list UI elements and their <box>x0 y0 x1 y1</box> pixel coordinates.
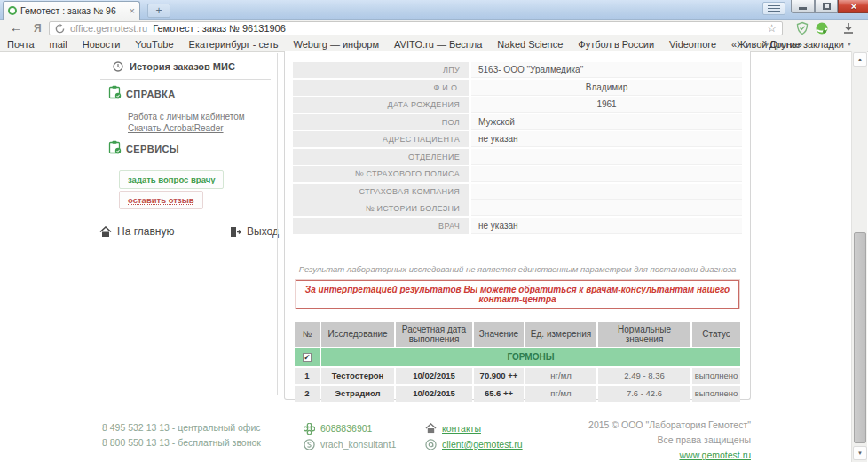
col-test: Исследование <box>321 322 394 347</box>
form-row-lpu: ЛПУ 5163- ООО "Уралмедика" <box>293 62 742 78</box>
address-bar[interactable]: office.gemotest.ru Гемотест : заказ № 96… <box>49 21 783 35</box>
form-row-policy: № СТРАХОВОГО ПОЛИСА <box>293 166 742 182</box>
chevron-down-icon: ▼ <box>847 42 852 47</box>
cell-status: выполнено <box>692 386 740 402</box>
field-value: не указан <box>471 131 742 147</box>
sidebar-section-help: СПРАВКА <box>108 85 176 99</box>
sidebar-item-order-history[interactable]: История заказов МИС <box>113 61 235 72</box>
bookmark-item[interactable]: Футбол в России <box>578 39 654 50</box>
url-host: office.gemotest.ru <box>70 23 147 34</box>
browser-tab[interactable]: Гемотест : заказ № 96 × <box>3 1 140 20</box>
cell-date: 10/02/2015 <box>396 368 472 384</box>
field-value <box>471 149 742 165</box>
bookmark-item[interactable]: Naked Science <box>497 39 563 50</box>
bookmark-item[interactable]: mail <box>50 39 67 50</box>
link-personal-cabinet[interactable]: Работа с личным кабинетом <box>128 112 245 121</box>
bookmarks-overflow-icon[interactable]: » <box>763 38 769 49</box>
site-link[interactable]: www.gemotest.ru <box>679 450 751 460</box>
maximize-button[interactable] <box>815 0 838 13</box>
home-icon <box>99 226 112 238</box>
bookmark-item[interactable]: AVITO.ru — Беспла <box>394 39 482 50</box>
email-link[interactable]: client@gemotest.ru <box>442 436 523 452</box>
cell-test: Эстрадиол <box>321 386 394 402</box>
url-page-title: Гемотест : заказ № 96131906 <box>153 23 286 34</box>
field-label: № СТРАХОВОГО ПОЛИСА <box>293 166 469 182</box>
tab-list-icon[interactable] <box>762 2 785 15</box>
new-tab-button[interactable]: + <box>147 4 170 18</box>
field-label: ЛПУ <box>293 62 469 78</box>
bookmark-item[interactable]: Почта <box>7 39 35 50</box>
scrollbar-thumb[interactable] <box>854 232 866 443</box>
leave-feedback-button[interactable]: оставить отзыв <box>119 191 203 209</box>
col-status: Статус <box>692 322 740 347</box>
sidebar-divider <box>100 79 271 80</box>
ask-doctor-button[interactable]: задать вопрос врачу <box>119 170 224 189</box>
tab-close-icon[interactable]: × <box>130 5 135 16</box>
clipboard-icon <box>108 85 122 99</box>
clipboard-icon <box>108 140 122 154</box>
home-link[interactable]: На главную <box>99 225 174 238</box>
field-value: не указан <box>471 218 742 234</box>
adguard-swirl-icon[interactable] <box>815 21 829 35</box>
back-icon[interactable]: ← <box>10 20 22 35</box>
minimize-button[interactable] <box>791 0 815 13</box>
bookmark-item[interactable]: Екатеринбург - сеть <box>189 39 279 50</box>
field-value: Мужской <box>471 114 742 130</box>
cell-value: 65.6 ++ <box>474 386 524 402</box>
results-table: № Исследование Расчетная дата выполнения… <box>293 320 742 403</box>
exit-label: Выход <box>247 225 279 238</box>
yandex-logo-icon[interactable]: Я <box>34 22 42 35</box>
contacts-link[interactable]: контакты <box>442 420 481 436</box>
form-row-fio: Ф.И.О. Владимир <box>293 80 742 96</box>
footer-contacts: контакты client@gemotest.ru <box>425 420 523 452</box>
field-value: 1961 <box>471 97 742 113</box>
field-label: ОТДЕЛЕНИЕ <box>293 149 469 165</box>
bookmark-item[interactable]: Videomore <box>669 39 716 50</box>
link-acrobat-reader[interactable]: Скачать AcrobatReader <box>128 123 224 133</box>
skype-icon <box>304 439 315 450</box>
field-label: Ф.И.О. <box>293 80 469 96</box>
form-row-sex: ПОЛ Мужской <box>293 114 742 130</box>
form-row-address: АДРЕС ПАЦИЕНТА не указан <box>293 131 742 147</box>
download-icon[interactable] <box>841 21 856 35</box>
gemotest-favicon-icon <box>8 6 17 15</box>
window-controls: × <box>791 0 868 13</box>
bookmark-item[interactable]: YouTube <box>135 39 173 50</box>
close-button[interactable]: × <box>838 0 868 13</box>
scroll-down-icon[interactable]: ▼ <box>853 446 867 460</box>
table-row: 2 Эстрадиол 10/02/2015 65.6 ++ пг/мл 7.6… <box>295 386 740 402</box>
skype-login: vrach_konsultant1 <box>320 436 396 452</box>
field-label: АДРЕС ПАЦИЕНТА <box>293 131 469 147</box>
window-title-bar: Гемотест : заказ № 96 × + × <box>0 0 868 20</box>
help-heading: СПРАВКА <box>126 89 176 99</box>
bookmark-item[interactable]: Новости <box>83 39 121 50</box>
scroll-up-icon[interactable]: ▲ <box>853 52 867 67</box>
col-normal: Нормальные значения <box>598 322 690 347</box>
copyright-text: 2015 © ООО "Лаборатория Гемотест" <box>541 418 751 433</box>
home-label: На главную <box>117 225 174 238</box>
form-row-case-history: № ИСТОРИИ БОЛЕЗНИ <box>293 200 742 216</box>
bookmark-star-icon[interactable]: ☆ <box>767 23 777 34</box>
form-row-doctor: ВРАЧ не указан <box>293 218 742 234</box>
icq-flower-icon <box>304 423 315 435</box>
field-label: № ИСТОРИИ БОЛЕЗНИ <box>293 200 469 216</box>
exit-link[interactable]: Выход <box>229 225 279 238</box>
vertical-scrollbar[interactable]: ▲ ▼ <box>851 51 867 462</box>
field-label: СТРАХОВАЯ КОМПАНИЯ <box>293 184 469 200</box>
shield-icon[interactable] <box>795 21 809 35</box>
group-label: ГОРМОНЫ <box>321 348 740 366</box>
tab-title: Гемотест : заказ № 96 <box>20 5 126 16</box>
cell-normal: 7.6 - 42.6 <box>598 386 690 402</box>
phone-office: 8 495 532 13 13 - центральный офис <box>102 420 261 435</box>
form-row-birthdate: ДАТА РОЖДЕНИЯ 1961 <box>293 97 742 113</box>
field-value: Владимир <box>471 80 742 96</box>
refresh-icon[interactable] <box>55 24 65 34</box>
bookmark-item[interactable]: Weburg — информ <box>294 39 380 50</box>
form-row-department: ОТДЕЛЕНИЕ <box>293 149 742 165</box>
cell-value: 70.900 ++ <box>474 368 524 384</box>
group-checkbox[interactable]: ✓ <box>303 353 312 362</box>
col-date: Расчетная дата выполнения <box>396 322 472 347</box>
footer-messengers: 6088836901 vrach_konsultant1 <box>304 420 396 452</box>
other-bookmarks-button[interactable]: Другие закладки ▼ <box>769 39 852 50</box>
other-bookmarks-label: Другие закладки <box>769 39 844 50</box>
